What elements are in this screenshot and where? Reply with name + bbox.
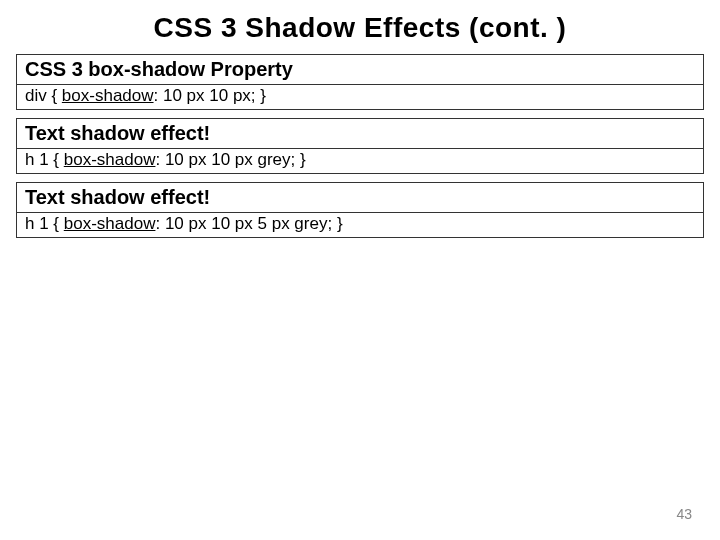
code-property: box-shadow <box>62 86 154 105</box>
code-prefix: div { <box>25 86 62 105</box>
code-example: h 1 { box-shadow: 10 px 10 px 5 px grey;… <box>17 213 703 237</box>
code-suffix: : 10 px 10 px grey; } <box>155 150 305 169</box>
code-suffix: : 10 px 10 px 5 px grey; } <box>155 214 342 233</box>
page-title: CSS 3 Shadow Effects (cont. ) <box>16 12 704 44</box>
code-suffix: : 10 px 10 px; } <box>154 86 266 105</box>
code-property: box-shadow <box>64 150 156 169</box>
section-heading: CSS 3 box-shadow Property <box>17 55 703 85</box>
page-number: 43 <box>676 506 692 522</box>
code-prefix: h 1 { <box>25 214 64 233</box>
section-box-2: Text shadow effect! h 1 { box-shadow: 10… <box>16 118 704 174</box>
code-example: div { box-shadow: 10 px 10 px; } <box>17 85 703 109</box>
section-heading: Text shadow effect! <box>17 183 703 213</box>
code-property: box-shadow <box>64 214 156 233</box>
section-box-1: CSS 3 box-shadow Property div { box-shad… <box>16 54 704 110</box>
section-box-3: Text shadow effect! h 1 { box-shadow: 10… <box>16 182 704 238</box>
code-example: h 1 { box-shadow: 10 px 10 px grey; } <box>17 149 703 173</box>
section-heading: Text shadow effect! <box>17 119 703 149</box>
code-prefix: h 1 { <box>25 150 64 169</box>
